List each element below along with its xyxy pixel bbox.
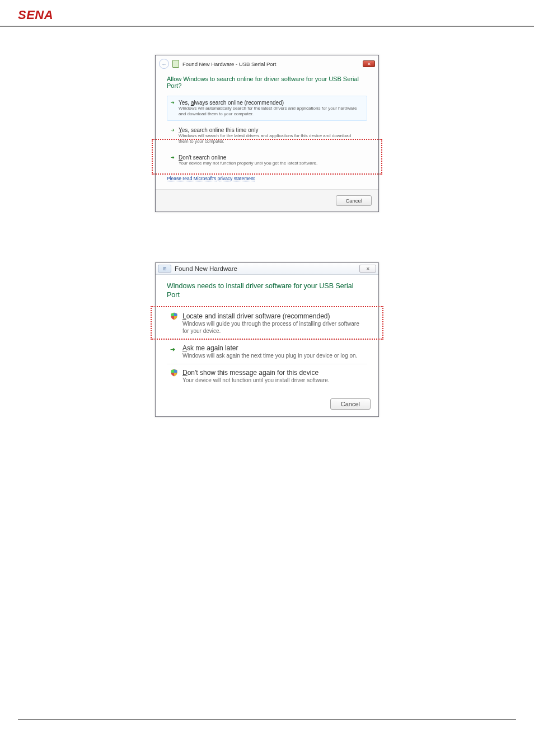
close-icon[interactable] xyxy=(363,60,375,67)
dialog2-titlebar: ⊞ Found New Hardware ✕ xyxy=(156,263,378,275)
dialog2-footer: Cancel xyxy=(156,393,378,416)
highlight-box-locate-install xyxy=(151,306,383,340)
dialog2-title: Found New Hardware xyxy=(175,265,237,272)
option1-title: Yes, always search online (recommended) xyxy=(179,100,362,106)
brand-logo: SENA xyxy=(18,8,516,22)
option2-title: Yes, search online this time only xyxy=(179,127,362,133)
option-dont-show-again[interactable]: Don't show this message again for this d… xyxy=(167,365,367,388)
arrow-icon: ➔ xyxy=(171,100,175,105)
option1-desc: Windows will automatically search for th… xyxy=(179,106,362,117)
d2-option3-title: Don't show this message again for this d… xyxy=(182,369,364,377)
page-header: SENA xyxy=(0,0,534,27)
privacy-statement-link[interactable]: Please read Microsoft's privacy statemen… xyxy=(167,176,255,181)
window-icon: ⊞ xyxy=(158,265,171,273)
dialog1-heading: Allow Windows to search online for drive… xyxy=(167,76,367,89)
hardware-icon xyxy=(172,60,179,68)
page-footer xyxy=(18,719,516,741)
cancel-button[interactable]: Cancel xyxy=(330,398,371,410)
shield-icon xyxy=(170,369,178,377)
found-new-hardware-wizard-dialog: ← Found New Hardware - USB Serial Port A… xyxy=(155,55,379,212)
d2-option3-desc: Your device will not function until you … xyxy=(182,377,364,384)
option-ask-me-later[interactable]: ➔ Ask me again later Windows will ask ag… xyxy=(167,341,367,364)
dialog2-heading: Windows needs to install driver software… xyxy=(167,281,367,300)
dialog1-footer: Cancel xyxy=(156,189,378,212)
d2-option2-desc: Windows will ask again the next time you… xyxy=(182,352,364,359)
d2-option2-title: Ask me again later xyxy=(182,344,364,352)
highlight-box-dont-search xyxy=(152,139,382,175)
page-content: ← Found New Hardware - USB Serial Port A… xyxy=(0,27,534,417)
arrow-icon: ➔ xyxy=(170,346,175,353)
dialog2-wrapper: ⊞ Found New Hardware ✕ Windows needs to … xyxy=(155,262,379,417)
dialog1-titlebar: ← Found New Hardware - USB Serial Port xyxy=(156,55,378,71)
dialog1-wrapper: ← Found New Hardware - USB Serial Port A… xyxy=(155,55,379,212)
back-button-icon[interactable]: ← xyxy=(159,59,169,69)
dialog1-title: Found New Hardware - USB Serial Port xyxy=(182,61,276,67)
close-icon[interactable]: ✕ xyxy=(359,265,376,273)
cancel-button[interactable]: Cancel xyxy=(336,195,372,206)
option-always-search-online[interactable]: ➔ Yes, always search online (recommended… xyxy=(167,96,367,121)
arrow-icon: ➔ xyxy=(171,128,175,133)
